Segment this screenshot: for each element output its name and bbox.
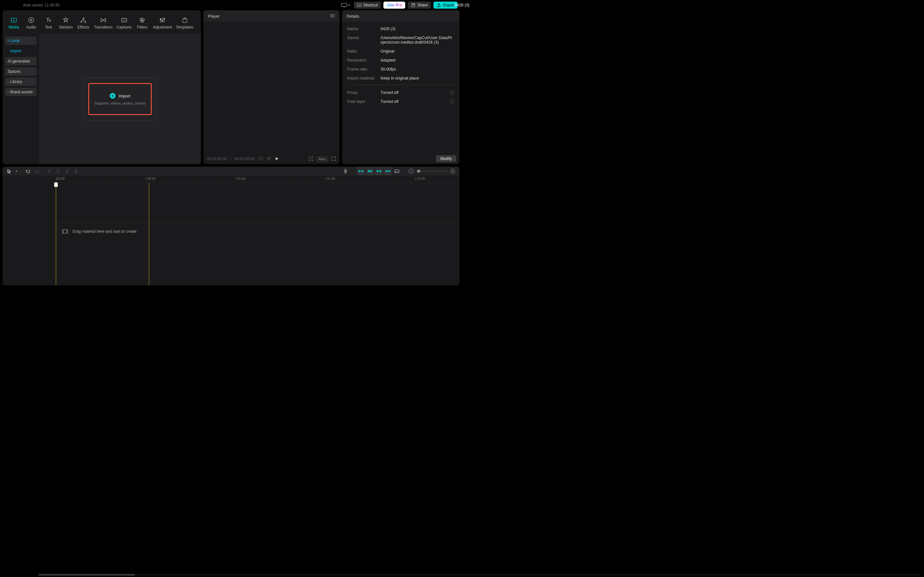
zoom-in-button[interactable] (449, 167, 457, 175)
svg-point-24 (164, 18, 165, 19)
export-icon (437, 3, 441, 7)
snap-link-button[interactable] (375, 167, 383, 175)
preview-toggle[interactable] (393, 167, 401, 175)
proxy-value: Turned off (381, 90, 450, 95)
shortcut-label: Shortcut (363, 3, 378, 7)
share-button[interactable]: Share (408, 2, 431, 9)
svg-marker-10 (13, 19, 15, 21)
tab-media[interactable]: Media (5, 15, 23, 31)
import-label: Import (119, 93, 131, 98)
list-icon[interactable] (266, 156, 271, 162)
redo-button[interactable] (33, 167, 41, 175)
sidebar-item-import[interactable]: Import (5, 47, 37, 55)
sidebar-import-label: Import (10, 49, 21, 53)
zoom-slider[interactable] (416, 171, 448, 172)
share-icon (411, 3, 415, 7)
drop-hint: Drag material here and start to create (62, 229, 136, 234)
mic-button[interactable] (341, 167, 350, 175)
ruler-mark: | 02:00 (415, 177, 425, 181)
sidebar-item-library[interactable]: ▸Library (5, 77, 37, 86)
trim-left-button[interactable] (54, 167, 62, 175)
proxy-key: Proxy: (347, 90, 381, 95)
modify-button[interactable]: Modify (436, 155, 456, 162)
text-icon (45, 17, 52, 24)
sidebar-item-spaces[interactable]: Spaces (5, 67, 37, 76)
adjustment-icon (159, 17, 166, 24)
name-value: 0426 (3) (381, 27, 454, 31)
aspect-button[interactable]: ▾ (340, 2, 351, 8)
svg-rect-37 (345, 169, 347, 171)
shortcut-button[interactable]: Shortcut (354, 2, 381, 9)
fullscreen-icon[interactable] (331, 156, 336, 162)
svg-rect-29 (261, 157, 263, 160)
svg-rect-8 (412, 3, 415, 7)
svg-rect-0 (341, 3, 347, 7)
pointer-tool[interactable] (5, 167, 13, 175)
player-time-current: 00:00:00:00 (207, 157, 227, 161)
playhead-handle[interactable] (54, 182, 58, 187)
details-header: Details (342, 10, 459, 22)
tab-stickers[interactable]: Stickers (57, 15, 75, 31)
media-sidebar: ▾Local Import AI generated Spaces ▸Libra… (3, 34, 39, 164)
ratio-button[interactable]: Ratio (317, 157, 328, 161)
svg-rect-13 (121, 19, 127, 22)
ruler-mark: | 01:00 (236, 177, 245, 181)
snap-magnet-button[interactable] (357, 167, 365, 175)
stickers-icon (62, 17, 69, 24)
export-button[interactable]: Export (433, 2, 457, 9)
tab-text[interactable]: Text (40, 15, 57, 31)
player-controls: 00:00:00:00 / 00:00:00:00 Ratio (204, 154, 339, 164)
sidebar-item-local[interactable]: ▾Local (5, 37, 37, 45)
player-time-total: 00:00:00:00 (234, 157, 255, 161)
transitions-icon (100, 17, 107, 24)
tool-dropdown[interactable]: ▾ (14, 167, 19, 175)
sidebar-item-ai[interactable]: AI generated (5, 57, 37, 65)
info-icon[interactable]: i (450, 99, 454, 104)
playhead[interactable] (56, 183, 56, 285)
svg-rect-41 (368, 171, 370, 172)
play-button[interactable] (275, 156, 279, 162)
tab-audio[interactable]: Audio (23, 15, 40, 31)
tab-templates[interactable]: Templates (174, 15, 195, 31)
undo-button[interactable] (24, 167, 32, 175)
snap-align-button[interactable] (366, 167, 374, 175)
track-area[interactable]: Drag material here and start to create (56, 183, 459, 285)
sidebar-local-label: Local (10, 39, 19, 43)
tab-adjustment[interactable]: Adjustment (151, 15, 174, 31)
tab-transitions[interactable]: Transitions (92, 15, 115, 31)
snap-gap-button[interactable] (384, 167, 392, 175)
track-divider (56, 243, 459, 243)
menu-icon[interactable] (330, 14, 335, 19)
share-label: Share (417, 3, 428, 7)
imp-key: Import material: (347, 76, 381, 81)
detail-row-import: Import material:Keep in original place (347, 74, 454, 83)
timeline-ruler[interactable]: |00:00 | 00:30 | 01:00 | 01:30 | 02:00 (56, 176, 459, 183)
compare-icon[interactable] (258, 156, 263, 162)
tab-filters[interactable]: Filters (134, 15, 151, 31)
svg-rect-49 (389, 171, 390, 172)
import-card-outer: + Import Supports: videos, audios, photo… (83, 77, 157, 121)
trim-right-button[interactable] (63, 167, 71, 175)
divider (347, 85, 454, 85)
timeline-tracks[interactable]: |00:00 | 00:30 | 01:00 | 01:30 | 02:00 D… (56, 176, 459, 285)
split-button[interactable] (45, 167, 53, 175)
focus-icon[interactable] (309, 156, 313, 162)
svg-rect-45 (380, 171, 381, 172)
ruler-mark: | 01:30 (325, 177, 335, 181)
sidebar-spaces-label: Spaces (8, 69, 21, 74)
player-body: 00:00:00:00 / 00:00:00:00 Ratio (204, 22, 339, 164)
zoom-out-button[interactable] (407, 167, 415, 175)
join-pro-button[interactable]: Join Pro (383, 2, 405, 9)
svg-rect-38 (359, 171, 360, 172)
free-key: Free layer: (347, 99, 381, 104)
info-icon[interactable]: i (450, 90, 454, 95)
fps-value: 30.00fps (381, 67, 454, 71)
detail-row-name: Name:0426 (3) (347, 24, 454, 33)
import-card[interactable]: + Import Supports: videos, audios, photo… (88, 83, 152, 115)
tab-effects[interactable]: Effects (75, 15, 92, 31)
sidebar-item-brand[interactable]: ▸Brand assets (5, 88, 37, 96)
delete-button[interactable] (72, 167, 80, 175)
svg-point-12 (30, 19, 32, 21)
tab-audio-label: Audio (26, 25, 36, 29)
tab-captions[interactable]: Captions (115, 15, 134, 31)
